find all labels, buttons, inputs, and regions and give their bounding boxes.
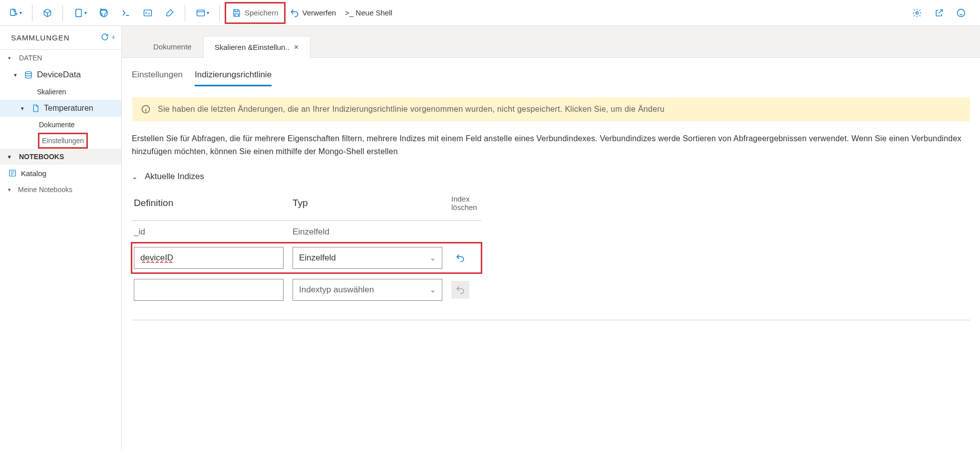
svg-point-5 (916, 11, 919, 14)
select-placeholder: Indextyp auswählen (299, 285, 374, 295)
github-icon-button[interactable] (95, 4, 113, 22)
definition-input[interactable] (134, 247, 284, 269)
type-select[interactable]: Einzelfeld ⌄ (293, 247, 442, 269)
chevron-down-icon: ⌄ (430, 286, 436, 294)
sidebar-item-collection[interactable]: ▾ Temperaturen (0, 100, 121, 117)
section-toggle-indices[interactable]: ⌄ Aktuelle Indizes (132, 172, 970, 182)
select-value: Einzelfeld (299, 253, 336, 263)
th-type: Typ (293, 198, 442, 209)
chevron-down-icon: ▾ (8, 187, 14, 193)
sidebar-item-mynotebooks[interactable]: ▾ Meine Notebooks (0, 182, 121, 198)
tab-scale-settings[interactable]: Skalieren &Einstellun.. ✕ (203, 36, 311, 58)
warning-text: Sie haben die letzten Änderungen, die an… (158, 105, 664, 114)
cell-type: Einzelfeld (293, 227, 442, 237)
sidebar-section-data[interactable]: ▾ DATEN (0, 50, 121, 66)
section-label: DATEN (19, 54, 42, 62)
svg-point-7 (25, 71, 31, 74)
subtabs: Einstellungen Indizierungsrichtlinie (132, 70, 970, 86)
command-bar: ▾ ▾ ▾ Spei (0, 0, 980, 26)
chevron-down-icon: ⌄ (430, 254, 436, 262)
definition-input[interactable] (134, 279, 284, 301)
table-row: _id Einzelfeld (132, 221, 481, 243)
collapse-icon[interactable]: ‹ (112, 32, 115, 43)
feedback-icon-button[interactable] (952, 4, 970, 22)
sidebar-item-label: Einstellungen (42, 137, 84, 145)
new-shell-label: >_ Neue Shell (345, 8, 392, 17)
sidebar-item-documents[interactable]: Dokumente (0, 117, 121, 133)
save-button[interactable]: Speichern (228, 4, 283, 22)
sidebar: SAMMLUNGEN ‹ ▾ DATEN ▾ DeviceData Skalie… (0, 26, 122, 451)
settings-icon-button[interactable] (908, 4, 926, 22)
th-delete: Index löschen (451, 195, 491, 212)
sidebar-section-notebooks[interactable]: ▾ NOTEBOOKS (0, 149, 121, 165)
database-icon (24, 70, 33, 79)
document-icon (31, 104, 40, 113)
sidebar-item-settings[interactable]: Einstellungen (0, 133, 121, 149)
collection-label: Temperaturen (44, 104, 93, 113)
chevron-down-icon: ▾ (8, 55, 14, 61)
package-icon-button[interactable] (38, 4, 56, 22)
catalog-icon (8, 169, 17, 178)
chevron-down-icon: ⌄ (132, 173, 138, 181)
chevron-down-icon: ▾ (84, 10, 87, 15)
terminal-icon-button[interactable] (117, 4, 135, 22)
sidebar-item-scale[interactable]: Skalieren (0, 84, 121, 100)
undo-row-button[interactable] (451, 249, 469, 267)
undo-row-button-disabled (451, 281, 469, 299)
save-button-highlight: Speichern (226, 3, 285, 23)
clear-icon-button[interactable] (161, 4, 179, 22)
new-shell-button[interactable]: >_ Neue Shell (341, 4, 396, 22)
sidebar-item-database[interactable]: ▾ DeviceData (0, 66, 121, 84)
index-table: Definition Typ Index löschen _id Einzelf… (132, 191, 481, 307)
window-icon-button[interactable]: ▾ (191, 4, 213, 22)
undo-icon (290, 8, 300, 18)
warning-bar[interactable]: Sie haben die letzten Änderungen, die an… (132, 97, 970, 121)
notebook-button[interactable]: ▾ (69, 4, 91, 22)
discard-label: Verwerfen (303, 8, 336, 17)
sidebar-item-catalog[interactable]: Katalog (0, 165, 121, 182)
chevron-down-icon: ▾ (207, 10, 209, 15)
sidebar-title: SAMMLUNGEN (11, 33, 70, 42)
sidebar-item-label: Dokumente (39, 121, 75, 129)
chevron-down-icon: ▾ (14, 72, 20, 78)
settings-highlight: Einstellungen (39, 134, 87, 148)
open-external-icon-button[interactable] (930, 4, 948, 22)
content: Einstellungen Indizierungsrichtlinie Sie… (122, 58, 980, 330)
save-label: Speichern (245, 8, 279, 17)
tab-label: Dokumente (153, 42, 192, 51)
new-item-button[interactable]: ▾ (4, 4, 26, 22)
subtab-indexing[interactable]: Indizierungsrichtlinie (195, 70, 272, 86)
tabs-row: Dokumente Skalieren &Einstellun.. ✕ (122, 26, 980, 58)
sidebar-item-label: Skalieren (37, 88, 66, 96)
subtab-label: Indizierungsrichtlinie (195, 70, 272, 79)
discard-button[interactable]: Verwerfen (286, 4, 340, 22)
close-icon[interactable]: ✕ (294, 43, 299, 51)
console-icon-button[interactable] (139, 4, 157, 22)
section-title: Aktuelle Indizes (145, 172, 204, 182)
table-header: Definition Typ Index löschen (132, 191, 481, 221)
sidebar-header: SAMMLUNGEN ‹ (0, 26, 121, 50)
sidebar-item-label: Meine Notebooks (18, 186, 72, 194)
svg-rect-0 (10, 9, 15, 15)
main-area: Dokumente Skalieren &Einstellun.. ✕ Eins… (122, 26, 980, 451)
svg-rect-1 (76, 9, 81, 16)
help-text: Erstellen Sie für Abfragen, die für mehr… (132, 132, 970, 158)
save-icon (232, 8, 242, 18)
divider (132, 320, 970, 320)
tab-documents[interactable]: Dokumente (142, 35, 203, 57)
chevron-down-icon: ▾ (8, 154, 14, 160)
th-definition: Definition (134, 198, 284, 209)
table-row: Indextyp auswählen ⌄ (132, 273, 481, 307)
type-select[interactable]: Indextyp auswählen ⌄ (293, 279, 442, 301)
tab-label: Skalieren &Einstellun.. (215, 43, 290, 51)
section-label: NOTEBOOKS (19, 153, 64, 161)
refresh-icon[interactable] (100, 32, 109, 43)
table-row-highlighted: Einzelfeld ⌄ (132, 243, 481, 273)
svg-rect-3 (144, 10, 152, 16)
subtab-settings[interactable]: Einstellungen (132, 70, 183, 86)
cell-definition: _id (134, 227, 284, 237)
info-icon (141, 104, 151, 114)
sidebar-item-label: Katalog (21, 169, 46, 178)
database-label: DeviceData (37, 70, 81, 80)
svg-point-6 (958, 9, 965, 16)
